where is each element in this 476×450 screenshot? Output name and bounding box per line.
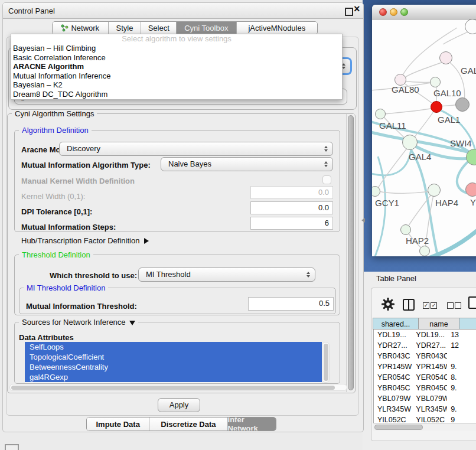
table-row[interactable]: YLR345WYLR345W9.: [374, 404, 476, 415]
table-cell: 12: [447, 340, 476, 351]
scrollbar-thumb[interactable]: [11, 386, 335, 390]
control-panel-titlebar[interactable]: [3, 3, 363, 19]
attribute-list-item[interactable]: gal4RGexp: [25, 372, 322, 382]
table-row[interactable]: YIL052CYIL052C9: [374, 415, 476, 423]
apply-button[interactable]: Apply: [158, 398, 200, 412]
network-icon: [61, 24, 69, 32]
deselect-all-checkbox-icon[interactable]: [447, 302, 454, 309]
table-row[interactable]: YBL079WYBL079W: [374, 393, 476, 404]
attributes-vertical-scrollbar[interactable]: [322, 342, 330, 383]
table-row[interactable]: YPR145WYPR145W9.: [374, 361, 476, 372]
network-node-gal10[interactable]: [430, 77, 441, 87]
manual-kernel-checkbox[interactable]: [322, 175, 331, 184]
network-node[interactable]: [419, 246, 430, 256]
hub-section-toggle[interactable]: Hub/Transcription Factor Definition: [21, 236, 149, 245]
table-cell: YBL079W: [412, 393, 447, 404]
scrollbar-thumb[interactable]: [374, 425, 423, 430]
table-cell: YDL19...: [374, 330, 412, 340]
dpi-tolerance-label: DPI Tolerance [0,1]:: [21, 207, 92, 216]
tab-discretize-data[interactable]: Discretize Data: [149, 418, 227, 431]
table-row[interactable]: YER054CYER054C8.: [374, 372, 476, 383]
minimize-traffic-light-icon[interactable]: [390, 8, 397, 16]
table-cell: YLR345W: [374, 404, 412, 415]
dpi-tolerance-field[interactable]: 0.0: [250, 201, 333, 214]
network-node-hap2[interactable]: [400, 224, 411, 235]
tab-cyni-toolbox[interactable]: Cyni Toolbox: [176, 22, 236, 34]
network-canvas[interactable]: GALGAL80GAL10GAL1GAL11SWI4GAL4GCY1HAP4YH…: [372, 19, 476, 256]
table-cell: YBR045C: [374, 383, 412, 393]
settings-vertical-scrollbar[interactable]: [346, 114, 354, 392]
document-icon[interactable]: [468, 296, 476, 309]
table-row[interactable]: YBR045CYBR045C9.: [374, 383, 476, 393]
columns-icon[interactable]: [403, 299, 415, 311]
table-header-row[interactable]: shared...name: [373, 318, 476, 330]
close-icon[interactable]: ×: [354, 4, 360, 14]
network-node-hap4[interactable]: [428, 184, 441, 197]
table-cell: YBR045C: [412, 383, 447, 393]
network-node[interactable]: [455, 97, 470, 112]
column-header[interactable]: shared...: [373, 318, 419, 330]
table-horizontal-scrollbar[interactable]: [373, 423, 476, 431]
select-all-checkbox-icon[interactable]: ✓: [431, 302, 437, 309]
data-attributes-list[interactable]: SelfLoopsTopologicalCoefficientBetweenne…: [25, 342, 322, 383]
stepper-arrows-icon: [324, 161, 328, 167]
table-row[interactable]: YDL19...YDL19...13: [374, 330, 476, 340]
deselect-all-checkbox-icon[interactable]: [455, 302, 461, 309]
algorithm-dropdown-popup: Select algorithm to view settings Bayesi…: [11, 34, 343, 100]
mi-steps-label: Mutual Information Steps:: [21, 223, 116, 231]
settings-horizontal-scrollbar[interactable]: [9, 384, 347, 391]
mi-steps-field[interactable]: 6: [250, 217, 333, 230]
table-cell: 9.: [447, 383, 476, 393]
algorithm-option[interactable]: Basic Correlation Inference: [11, 53, 342, 63]
tab-jactivemnodules[interactable]: jActiveMNodules: [236, 22, 317, 34]
attribute-list-item[interactable]: TopologicalCoefficient: [25, 352, 322, 362]
network-node-y[interactable]: [465, 182, 476, 197]
network-node-gal[interactable]: [439, 51, 452, 64]
sources-title[interactable]: Sources for Network Inference: [19, 318, 138, 327]
table-row[interactable]: YBR043CYBR043C: [374, 351, 476, 361]
column-header[interactable]: [459, 318, 476, 330]
table-cell: YIL052C: [412, 415, 447, 423]
algorithm-option[interactable]: Bayesian – K2: [11, 80, 342, 90]
table-cell: YBR043C: [412, 351, 447, 361]
network-view-window[interactable]: GALGAL80GAL10GAL1GAL11SWI4GAL4GCY1HAP4YH…: [372, 5, 476, 256]
gear-icon[interactable]: [382, 298, 395, 311]
scrollbar-thumb[interactable]: [348, 115, 354, 390]
select-all-checkbox-icon[interactable]: ✓: [423, 302, 429, 309]
minimized-panel-icon[interactable]: [5, 444, 19, 450]
tab-network[interactable]: Network: [53, 22, 108, 34]
close-traffic-light-icon[interactable]: [379, 8, 387, 16]
tab-style[interactable]: Style: [108, 22, 141, 34]
control-panel-tabs: NetworkStyleSelectCyni ToolboxjActiveMNo…: [52, 21, 318, 35]
column-header[interactable]: name: [418, 318, 459, 330]
panel-splitter-handle[interactable]: [361, 218, 365, 223]
table-cell: [447, 351, 476, 361]
attribute-list-item[interactable]: SelfLoops: [25, 342, 322, 352]
scrollbar-thumb[interactable]: [324, 344, 328, 381]
zoom-traffic-light-icon[interactable]: [400, 8, 408, 16]
algorithm-option[interactable]: ARACNE Algorithm: [11, 62, 342, 71]
network-node-gal80[interactable]: [395, 74, 406, 86]
table-cell: YBR043C: [374, 351, 412, 361]
attribute-list-item[interactable]: BetweennessCentrality: [25, 362, 322, 372]
mi-threshold-field[interactable]: 0.5: [248, 297, 334, 311]
network-node-gal11[interactable]: [375, 109, 386, 119]
node-label: Y: [470, 197, 476, 207]
network-window-titlebar[interactable]: [372, 5, 476, 19]
kernel-width-field[interactable]: 0.0: [250, 186, 333, 199]
which-threshold-combo[interactable]: MI Threshold: [138, 268, 315, 282]
tab-label: Select: [148, 24, 169, 32]
tab-impute-data[interactable]: Impute Data: [87, 418, 149, 431]
tab-infer-network[interactable]: Infer Network: [227, 418, 276, 431]
algorithm-option[interactable]: Mutual Information Inference: [11, 71, 342, 81]
table-row[interactable]: YDR27...YDR27...12: [374, 340, 476, 351]
aracne-mode-combo[interactable]: Discovery: [59, 142, 333, 156]
table-body[interactable]: YDL19...YDL19...13YDR27...YDR27...12YBR0…: [373, 330, 476, 423]
network-node-gal4[interactable]: [402, 135, 418, 150]
algorithm-option[interactable]: Dream8 DC_TDC Algorithm: [11, 90, 342, 99]
float-window-icon[interactable]: [345, 8, 353, 16]
tab-select[interactable]: Select: [141, 22, 176, 34]
network-node-gal1[interactable]: [431, 101, 442, 113]
mi-type-combo[interactable]: Naive Bayes: [161, 157, 333, 171]
algorithm-option[interactable]: Bayesian – Hill Climbing: [11, 44, 342, 53]
